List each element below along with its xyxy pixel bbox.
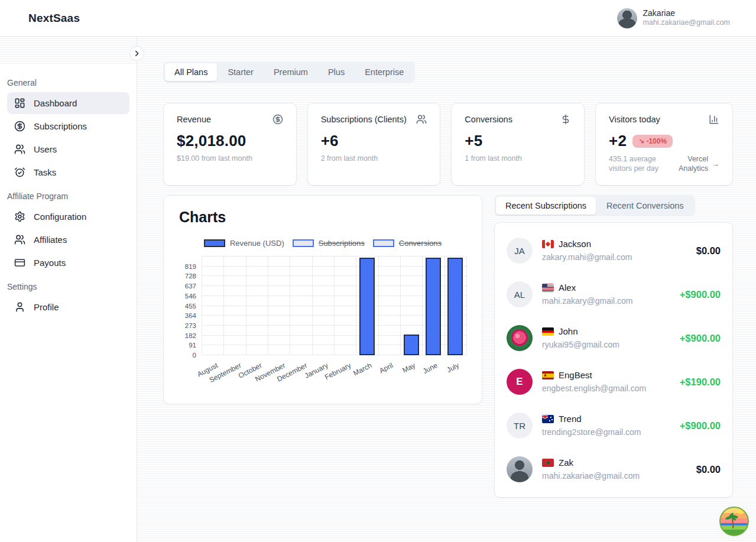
subscription-amount: +$900.00 xyxy=(680,289,721,300)
sidebar-section-label: General xyxy=(7,78,129,87)
y-axis-tick-label: 273 xyxy=(185,322,196,329)
subscription-amount: +$190.00 xyxy=(680,377,721,388)
subscriber-info: Alexmahi.zakary@gmail.com xyxy=(542,283,632,306)
legend-label: Subscriptions xyxy=(319,239,365,248)
circle-dollar-icon xyxy=(14,121,25,132)
stat-value-row: +6 xyxy=(321,132,427,150)
stat-card-title: Revenue xyxy=(177,115,211,124)
bar-chart-icon xyxy=(709,114,719,125)
subscription-amount: $0.00 xyxy=(696,245,721,257)
stat-card-footer: 435.1 average visitors per dayVercel Ana… xyxy=(609,154,719,174)
arrow-right-icon: → xyxy=(712,160,719,168)
gridline-vertical xyxy=(444,257,445,355)
sidebar-item-label: Configuration xyxy=(34,212,86,222)
credit-card-icon xyxy=(14,257,25,268)
subscription-amount: $0.00 xyxy=(696,464,721,475)
plan-tabs: All PlansStarterPremiumPlusEnterprise xyxy=(163,61,415,83)
vercel-analytics-label: Vercel Analytics xyxy=(671,154,708,174)
sidebar-item-affiliates[interactable]: Affiliates xyxy=(7,229,129,251)
tab-all-plans[interactable]: All Plans xyxy=(165,63,217,81)
avatar xyxy=(507,325,533,351)
sidebar-item-payouts[interactable]: Payouts xyxy=(7,252,129,274)
avatar: TR xyxy=(507,413,533,439)
stat-card-title: Visitors today xyxy=(609,115,660,124)
stat-card-conversions: Conversions+51 from last month xyxy=(451,103,585,186)
sidebar-item-subscriptions[interactable]: Subscriptions xyxy=(7,115,129,137)
recent-panel: Recent SubscriptionsRecent Conversions J… xyxy=(494,195,733,498)
avatar: E xyxy=(507,369,533,395)
subscription-row: JAJacksonzakary.mahi@gmail.com$0.00 xyxy=(507,229,721,272)
sidebar-collapse-button[interactable] xyxy=(129,46,144,61)
gear-icon xyxy=(14,211,25,222)
legend-item-conversions[interactable]: Conversions xyxy=(373,239,442,248)
sidebar-item-profile[interactable]: Profile xyxy=(7,296,129,318)
x-axis-label: April xyxy=(378,361,395,375)
sidebar-section-label: Settings xyxy=(7,282,129,291)
legend-item-revenue-usd[interactable]: Revenue (USD) xyxy=(204,239,284,248)
stat-card-value: +6 xyxy=(321,132,339,150)
subscriber-email: zakary.mahi@gmail.com xyxy=(542,252,632,262)
bar-chart: 091182273364455546637728819 AugustSeptem… xyxy=(202,256,466,390)
subscription-row: ALAlexmahi.zakary@gmail.com+$900.00 xyxy=(507,272,721,316)
avatar: JA xyxy=(507,238,533,264)
australia-flag-icon xyxy=(542,415,554,423)
stat-card-header: Revenue xyxy=(177,114,283,125)
tab-recent-subscriptions[interactable]: Recent Subscriptions xyxy=(496,197,596,215)
tab-plus[interactable]: Plus xyxy=(319,63,354,81)
y-axis-tick-label: 728 xyxy=(185,272,196,280)
legend-item-subscriptions[interactable]: Subscriptions xyxy=(293,239,365,248)
palm-island-widget-button[interactable] xyxy=(719,507,749,536)
gridline-vertical xyxy=(246,257,246,355)
subscriber-name: Jackson xyxy=(559,239,591,249)
trend-badge: ↘ -100% xyxy=(632,135,673,148)
avatar xyxy=(507,456,533,482)
average-visitors-text: 435.1 average visitors per day xyxy=(609,154,668,174)
sidebar-item-tasks[interactable]: Tasks xyxy=(7,161,129,183)
user-menu[interactable]: Zakariae mahi.zakariae@gmail.com xyxy=(617,8,730,28)
gridline-vertical xyxy=(312,257,313,355)
y-axis-tick-label: 819 xyxy=(185,263,196,270)
bar-july xyxy=(447,258,463,355)
subscriber-info: Johnryukai95@gmail.com xyxy=(542,326,619,350)
subscription-row: EEngBestengbest.english@gmail.com+$190.0… xyxy=(507,360,721,404)
legend-swatch xyxy=(204,239,225,247)
tab-recent-conversions[interactable]: Recent Conversions xyxy=(597,197,693,215)
tab-premium[interactable]: Premium xyxy=(264,63,317,81)
stat-card-title: Subscriptions (Clients) xyxy=(321,115,407,124)
stat-cards-row: Revenue$2,018.00$19.00 from last monthSu… xyxy=(163,103,733,186)
subscriber-name-line: EngBest xyxy=(542,370,646,381)
circle-dollar-icon xyxy=(272,114,283,125)
subscription-amount: +$900.00 xyxy=(680,333,721,344)
sidebar-item-label: Tasks xyxy=(34,167,56,177)
sidebar-item-configuration[interactable]: Configuration xyxy=(7,206,129,228)
gridline-vertical xyxy=(290,257,290,355)
tab-enterprise[interactable]: Enterprise xyxy=(355,63,413,81)
gridline-vertical xyxy=(422,257,423,355)
subscriber-name-line: Trend xyxy=(542,414,641,424)
users-icon xyxy=(14,144,25,155)
sidebar-item-dashboard[interactable]: Dashboard xyxy=(7,92,129,114)
subscriber-name-line: Zak xyxy=(542,457,640,468)
sidebar-item-label: Dashboard xyxy=(34,98,77,108)
dashboard-icon xyxy=(14,98,25,109)
vercel-analytics-link[interactable]: Vercel Analytics→ xyxy=(671,154,719,174)
subscriber-name: Trend xyxy=(559,414,582,424)
charts-card: Charts Revenue (USD)SubscriptionsConvers… xyxy=(163,195,482,404)
sidebar-item-label: Users xyxy=(34,144,57,154)
sidebar-section: SettingsProfile xyxy=(7,282,129,318)
user-avatar xyxy=(617,8,637,28)
dollar-icon xyxy=(560,114,571,125)
stat-card-subscriptions-clients: Subscriptions (Clients)+62 from last mon… xyxy=(307,103,441,186)
sidebar-item-users[interactable]: Users xyxy=(7,138,129,160)
legend-swatch xyxy=(293,239,314,247)
subscription-row: Johnryukai95@gmail.com+$900.00 xyxy=(507,316,721,360)
germany-flag-icon xyxy=(542,327,554,336)
y-axis-tick-label: 364 xyxy=(185,312,196,319)
chevron-right-icon xyxy=(133,50,141,57)
subscriber-name: John xyxy=(559,326,578,337)
tab-starter[interactable]: Starter xyxy=(218,63,263,81)
stat-value-row: +2↘ -100% xyxy=(609,132,719,150)
stat-card-header: Subscriptions (Clients) xyxy=(321,114,427,125)
subscriber-name-line: John xyxy=(542,326,619,337)
subscriber-name-line: Jackson xyxy=(542,239,632,249)
